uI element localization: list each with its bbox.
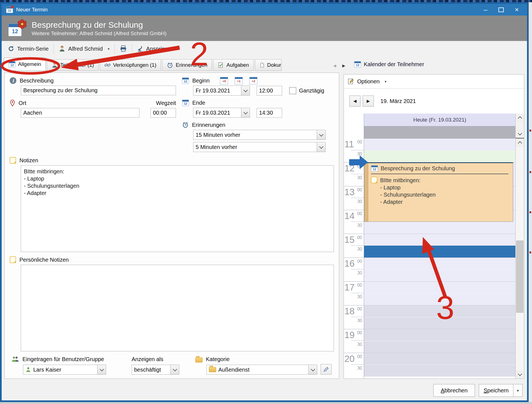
- chevron-down-icon[interactable]: [308, 365, 317, 374]
- toolbar: Termin-Serie Alfred Schmid ▾: [2, 41, 527, 56]
- task-check-icon: [218, 62, 224, 68]
- time-slot-17-00[interactable]: [364, 281, 515, 293]
- tab-verknuepfungen[interactable]: Verknüpfungen (1): [100, 59, 161, 71]
- person-icon: [59, 45, 65, 52]
- prev-day-button[interactable]: ◀: [349, 96, 360, 107]
- time-slot-17-30[interactable]: [364, 293, 515, 305]
- header-scrollbar: [516, 114, 524, 138]
- time-label-12-00: 1200: [344, 162, 364, 174]
- speichern-button[interactable]: Speichern: [479, 384, 513, 397]
- anzeigen-als-select[interactable]: beschäftigt: [132, 365, 179, 375]
- time-slot-16-00[interactable]: [364, 258, 515, 269]
- abbrechen-button[interactable]: Abbrechen: [433, 384, 475, 397]
- notizen-textarea[interactable]: BItte mitbringen: - Laptop - Schulungsun…: [21, 165, 334, 252]
- time-slot-18-30[interactable]: [364, 317, 515, 329]
- current-date-label: 19. März 2021: [380, 98, 416, 104]
- tab-erinnerungen[interactable]: Erinnerungen: [162, 59, 212, 71]
- scroll-down-button[interactable]: [516, 130, 524, 138]
- tab-scroll-left[interactable]: ◀: [333, 64, 336, 68]
- quick-date-plus1-button[interactable]: +1: [235, 77, 243, 84]
- beginn-time-input[interactable]: [257, 86, 282, 96]
- recurrence-icon: [8, 45, 14, 52]
- chevron-down-icon[interactable]: [317, 130, 325, 140]
- anzeigen-group: Anzeigen als beschäftigt: [132, 355, 179, 375]
- chevron-down-icon: ▾: [108, 47, 110, 51]
- edit-kategorie-button[interactable]: [321, 364, 332, 375]
- time-label-18-00: 1800: [344, 305, 364, 317]
- chevron-down-icon[interactable]: [241, 86, 250, 95]
- calendar-icon: 12: [9, 61, 16, 68]
- erinnerung2-select[interactable]: 5 Minuten vorher: [193, 142, 326, 152]
- erinnerung1-select[interactable]: 15 Minuten vorher: [193, 130, 326, 140]
- speichern-dropdown-button[interactable]: ▾: [513, 384, 523, 397]
- chevron-down-icon[interactable]: [97, 365, 106, 374]
- scroll-up-button[interactable]: [516, 138, 524, 147]
- toolbar-separator: [53, 44, 54, 54]
- time-slot-18-00[interactable]: [364, 305, 515, 317]
- time-slot-20-30[interactable]: [364, 365, 515, 377]
- anspringen-button[interactable]: Anspringen: [135, 45, 176, 53]
- maximize-button[interactable]: [498, 7, 504, 12]
- day-view: 1100301200301300301400301500301600301700…: [344, 114, 524, 379]
- scroll-down-button[interactable]: [516, 370, 524, 379]
- time-slot-15-00[interactable]: [364, 234, 515, 246]
- ganztaegig-checkbox[interactable]: [289, 87, 296, 94]
- organizer-dropdown[interactable]: Alfred Schmid ▾: [57, 44, 111, 53]
- time-label-20-30: 30: [344, 365, 364, 377]
- tab-dokumente[interactable]: Dokur: [255, 59, 282, 71]
- time-slot-11-30[interactable]: [364, 150, 515, 162]
- time-slot-16-30[interactable]: [364, 269, 515, 281]
- notizen-label-row: Notizen: [10, 155, 334, 165]
- person-icon: [52, 62, 58, 68]
- time-slot-15-30[interactable]: [364, 246, 515, 258]
- benutzer-select[interactable]: Lars Kaiser: [23, 365, 106, 375]
- calendar-scrollbars: [515, 114, 524, 379]
- chevron-down-icon[interactable]: [317, 142, 325, 152]
- scrollbar-track[interactable]: [516, 147, 524, 370]
- time-slot-14-30[interactable]: [364, 222, 515, 234]
- chevron-down-icon[interactable]: [241, 108, 250, 117]
- time-slot-19-00[interactable]: [364, 329, 515, 341]
- person-icon: [25, 367, 31, 372]
- persoenliche-notizen-textarea[interactable]: [21, 265, 334, 351]
- scrollbar-thumb[interactable]: [516, 241, 523, 313]
- folder-icon: [209, 367, 216, 372]
- close-button[interactable]: ×: [515, 7, 519, 12]
- print-button[interactable]: [118, 44, 129, 53]
- titlebar[interactable]: 12 Neuer Termin – ×: [2, 4, 527, 16]
- time-label-13-30: 30: [344, 198, 364, 210]
- calendar-icon: 12: [354, 61, 361, 68]
- pencil-icon: [323, 366, 329, 372]
- minimize-button[interactable]: –: [484, 7, 487, 12]
- time-slot-11-00[interactable]: [364, 138, 515, 150]
- screen: 12 Neuer Termin – × 12: [0, 0, 532, 404]
- ende-time-input[interactable]: [257, 108, 282, 118]
- ende-date-select[interactable]: Fr 19.03.2021: [193, 108, 250, 118]
- grid-scrollbar: [516, 138, 524, 379]
- tab-aufgaben[interactable]: Aufgaben: [213, 59, 254, 71]
- next-day-button[interactable]: ▶: [363, 96, 374, 107]
- time-slot-20-00[interactable]: [364, 353, 515, 365]
- time-label-19-30: 30: [344, 341, 364, 353]
- beginn-date-select[interactable]: Fr 19.03.2021: [193, 86, 250, 96]
- tab-scroll-right[interactable]: ▶: [342, 64, 345, 68]
- quick-date-plus2-button[interactable]: +2: [249, 77, 257, 84]
- termin-serie-button[interactable]: Termin-Serie: [6, 44, 50, 53]
- ort-input[interactable]: [21, 108, 139, 118]
- note-icon: [10, 157, 16, 164]
- tab-teilnehmer[interactable]: Teilnehmer (1): [47, 59, 98, 71]
- time-slot-19-30[interactable]: [364, 341, 515, 353]
- benutzer-label-row: Eingetragen für Benutzer/Gruppe: [12, 355, 106, 363]
- all-day-band[interactable]: [364, 126, 515, 138]
- optionen-button[interactable]: Optionen ▾: [344, 74, 524, 89]
- chevron-down-icon[interactable]: [170, 365, 179, 374]
- scroll-up-button[interactable]: [516, 114, 524, 122]
- appointment-block[interactable]: 12 Besprechung zu der Schulung BItte mit…: [364, 162, 513, 222]
- chevron-down-icon: ▾: [385, 79, 387, 84]
- quick-date-plus0-button[interactable]: +0: [220, 77, 228, 84]
- app-calendar-flower-icon: 12: [6, 6, 13, 13]
- kategorie-select[interactable]: Außendienst: [206, 365, 317, 375]
- tab-allgemein[interactable]: 12 Allgemein: [4, 58, 46, 71]
- beschreibung-input[interactable]: [21, 86, 176, 95]
- wegzeit-input[interactable]: [150, 108, 176, 118]
